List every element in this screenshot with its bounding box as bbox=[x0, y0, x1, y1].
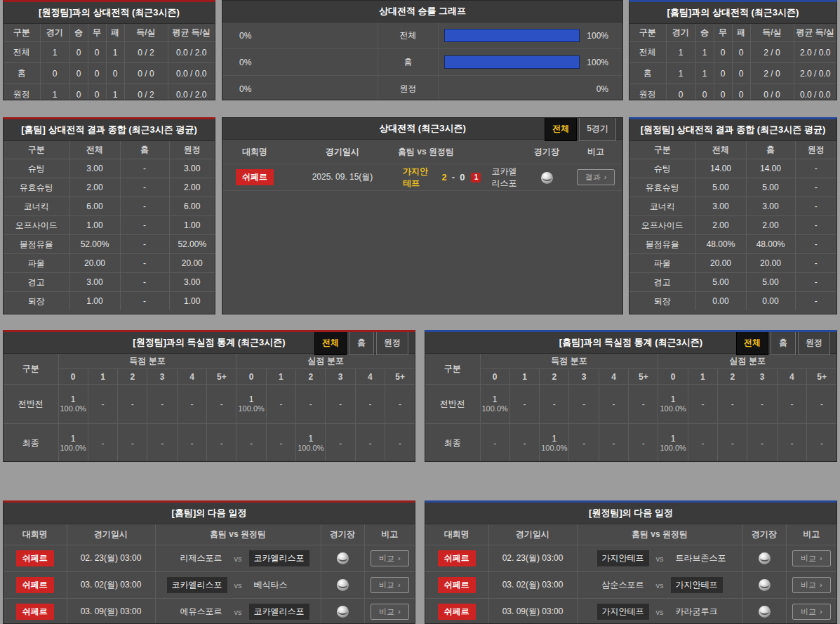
compare-button[interactable]: 비교› bbox=[792, 604, 831, 620]
teams-cell: 가지안테프2-01코카엘리스포 bbox=[398, 164, 524, 192]
group-header: 득점 분포 bbox=[58, 354, 236, 369]
cell: - bbox=[795, 159, 836, 178]
row-label: 퇴장 bbox=[4, 292, 69, 311]
header-row: 대회명경기일시홈팀 vs 원정팀경기장비고 bbox=[4, 524, 415, 545]
score-column-header: 0 bbox=[480, 369, 509, 385]
distribution-cell: - bbox=[540, 385, 569, 424]
cell: 6.00 bbox=[169, 197, 215, 216]
tab-all[interactable]: 전체 bbox=[314, 330, 347, 355]
distribution-cell: - bbox=[718, 424, 747, 463]
row-label: 홈 bbox=[4, 63, 40, 84]
league-cell: 쉬페르 bbox=[4, 599, 67, 624]
column-header: 구분 bbox=[4, 24, 40, 42]
button-label: 비교 bbox=[801, 607, 816, 616]
compare-button[interactable]: 비교› bbox=[371, 604, 409, 620]
row-label: 원정 bbox=[629, 84, 666, 101]
cell: 1 bbox=[666, 42, 695, 63]
percent-value: 100.0% bbox=[60, 444, 86, 453]
tab-home[interactable]: 홈 bbox=[771, 330, 796, 355]
cell: 20.00 bbox=[695, 254, 746, 273]
column-header: 구분 bbox=[629, 141, 695, 159]
table-row: 코너킥6.00-6.00 bbox=[4, 197, 215, 216]
tab-all[interactable]: 전체 bbox=[736, 330, 768, 355]
note-cell: 비교› bbox=[364, 599, 415, 624]
tab-all[interactable]: 전체 bbox=[545, 117, 577, 141]
column-header: 무 bbox=[88, 24, 106, 42]
distribution-cell: - bbox=[147, 385, 177, 424]
stadium-cell bbox=[742, 599, 786, 624]
tab-away[interactable]: 원정 bbox=[798, 330, 830, 355]
score-column-header: 1 bbox=[509, 369, 539, 385]
row-label: 코너킥 bbox=[4, 197, 69, 216]
stadium-icon[interactable] bbox=[337, 606, 349, 618]
team-line: 삼순스포르vs가지안테프 bbox=[579, 577, 741, 593]
cell: 20.00 bbox=[69, 254, 120, 273]
button-arrow-icon: › bbox=[820, 607, 822, 616]
goals-vs-home-table-host: 구분득점 분포실점 분포012345+012345+전반전1100.0%----… bbox=[425, 354, 836, 462]
distribution-cell: - bbox=[355, 385, 385, 424]
distribution-cell: 1100.0% bbox=[296, 424, 326, 463]
distribution-cell: - bbox=[569, 424, 599, 463]
cell: 0 bbox=[69, 84, 88, 101]
panel-title: [원정팀]과의 득실점 통계 (최근3시즌) bbox=[133, 332, 285, 353]
compare-button[interactable]: 비교› bbox=[792, 577, 831, 593]
match-date: 2025. 09. 15(월) bbox=[287, 171, 398, 183]
away-team-name: 카라굼루크 bbox=[671, 604, 723, 620]
column-header: 경기일시 bbox=[67, 524, 155, 545]
vs-label: vs bbox=[656, 608, 664, 616]
league-badge: 쉬페르 bbox=[16, 604, 54, 620]
stadium-icon[interactable] bbox=[759, 552, 771, 564]
away-schedule-table-host: 대회명경기일시홈팀 vs 원정팀경기장비고쉬페르02. 23(월) 03:00가… bbox=[425, 524, 836, 624]
column-header: 홈 bbox=[746, 141, 795, 159]
cell: 1.00 bbox=[69, 216, 120, 235]
panel-title-bar: [홈팀]과의 득실점 통계 (최근3시즌) 전체홈원정 bbox=[425, 332, 836, 354]
right-percent-label: 100% bbox=[587, 31, 608, 41]
cell: - bbox=[120, 159, 169, 178]
stadium-icon[interactable] bbox=[759, 579, 771, 591]
cell: 1 bbox=[666, 63, 695, 84]
teams-cell: 코카엘리스포vs베식타스 bbox=[155, 572, 321, 599]
score-column-header: 3 bbox=[147, 369, 177, 385]
row-label: 파울 bbox=[4, 254, 69, 273]
stadium-icon[interactable] bbox=[337, 579, 349, 591]
distribution-cell: - bbox=[326, 424, 355, 463]
panel-title: 상대전적 승률 그래프 bbox=[379, 1, 466, 22]
score-column-header: 5+ bbox=[629, 369, 658, 385]
distribution-cell: - bbox=[807, 424, 836, 463]
cell: 2.00 bbox=[69, 178, 120, 197]
column-header: 평균 득/실 bbox=[168, 24, 215, 42]
panel-winrate-graph: 상대전적 승률 그래프 0%전체100%0%홈100%0%원정0% bbox=[222, 0, 623, 100]
stadium-icon[interactable] bbox=[759, 606, 771, 618]
compare-button[interactable]: 비교› bbox=[371, 577, 409, 593]
cell: - bbox=[120, 273, 169, 292]
tab-last5[interactable]: 5경기 bbox=[579, 117, 616, 141]
group-header-row: 구분득점 분포실점 분포 bbox=[4, 354, 415, 369]
cell: 2.00 bbox=[169, 178, 215, 197]
compare-button[interactable]: 비교› bbox=[371, 550, 409, 566]
header-row: 구분경기승무패득/실평균 득/실 bbox=[629, 24, 836, 42]
vs-label: vs bbox=[656, 555, 664, 563]
tab-away[interactable]: 원정 bbox=[376, 330, 408, 355]
compare-button[interactable]: 비교› bbox=[792, 550, 831, 566]
row-label: 오프사이드 bbox=[629, 216, 695, 235]
host-away-schedule-table: 대회명경기일시홈팀 vs 원정팀경기장비고쉬페르02. 23(월) 03:00가… bbox=[425, 524, 836, 624]
count-value: 1 bbox=[660, 434, 686, 444]
tab-home[interactable]: 홈 bbox=[349, 330, 374, 355]
stadium-icon[interactable] bbox=[541, 172, 553, 184]
cell: 48.00% bbox=[695, 235, 746, 254]
cell: 2.00 bbox=[746, 216, 795, 235]
cell: 5.00 bbox=[695, 178, 746, 197]
left-percent-label: 0% bbox=[239, 58, 251, 67]
count-value: 1 bbox=[60, 434, 86, 444]
result-button[interactable]: 결과› bbox=[577, 169, 615, 185]
cell: - bbox=[795, 292, 836, 311]
stadium-cell bbox=[524, 171, 569, 183]
count-value: 1 bbox=[482, 394, 508, 404]
row-label: 슈팅 bbox=[4, 159, 69, 178]
right-bar-area: 100% bbox=[439, 22, 622, 48]
column-header: 패 bbox=[106, 24, 124, 42]
team-line: 리제스포르vs코카엘리스포 bbox=[157, 550, 319, 566]
distribution-cell: - bbox=[747, 385, 777, 424]
stadium-icon[interactable] bbox=[337, 552, 349, 564]
column-header: 승 bbox=[695, 24, 714, 42]
